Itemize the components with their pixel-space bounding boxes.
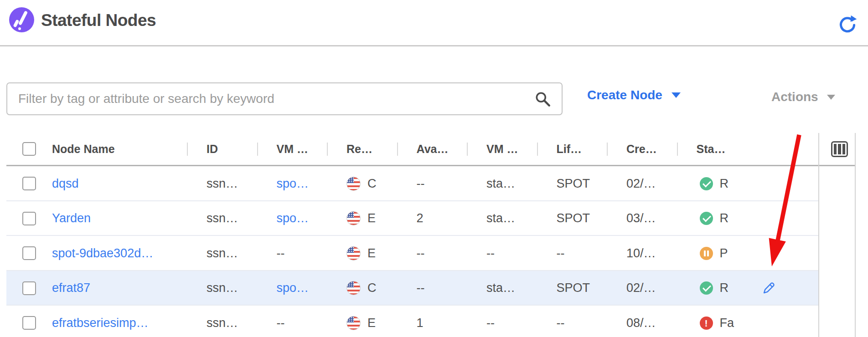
- table-header-row: Node NameIDVM …Re…Ava…VM …Lif…Cre…Sta…: [6, 133, 856, 166]
- status-running-icon: [700, 212, 713, 225]
- page-title: Stateful Nodes: [41, 11, 156, 30]
- us-flag-icon: [346, 316, 361, 330]
- vm-name-text: --: [486, 316, 495, 330]
- vm-image-text: --: [277, 246, 285, 260]
- vm-name-text: --: [486, 246, 495, 260]
- stateful-nodes-page: { "header": { "title": "Stateful Nodes" …: [0, 0, 868, 337]
- availability-zone: --: [397, 177, 467, 191]
- node-name-link[interactable]: dqsd: [52, 177, 79, 190]
- column-header-id[interactable]: ID: [187, 143, 257, 156]
- column-header-sta[interactable]: Sta…: [677, 143, 747, 156]
- node-id: ssn…: [187, 177, 257, 191]
- top-bar: Stateful Nodes: [0, 0, 868, 46]
- created-date-text: 08/…: [626, 316, 656, 330]
- column-picker-cell: [818, 141, 856, 157]
- column-header-nodename[interactable]: Node Name: [46, 143, 187, 156]
- create-node-button[interactable]: Create Node: [587, 88, 681, 102]
- vm-image-cell: --: [257, 316, 327, 330]
- table-body: dqsdssn…spo…C--sta…SPOT02/…RYardenssn…sp…: [6, 166, 856, 337]
- created-date: 10/…: [607, 246, 677, 260]
- status-running-icon: [700, 177, 713, 190]
- column-header-ava[interactable]: Ava…: [397, 143, 467, 156]
- row-checkbox[interactable]: [22, 177, 36, 190]
- table-row: efratbseriesimp…ssn…--E1----08/…Fa: [6, 306, 856, 337]
- availability-zone-text: --: [417, 281, 425, 295]
- status-cell: R: [677, 211, 747, 225]
- row-checkbox-cell: [6, 246, 46, 260]
- column-header-re[interactable]: Re…: [327, 143, 397, 156]
- column-header-label: ID: [207, 143, 218, 155]
- filter-input[interactable]: [6, 82, 563, 115]
- node-name-link[interactable]: spot-9dbae302d…: [52, 246, 153, 260]
- status-label: Fa: [720, 316, 734, 330]
- select-all-checkbox[interactable]: [22, 142, 36, 156]
- vm-name: sta…: [467, 211, 537, 225]
- region-letter: C: [367, 177, 377, 191]
- table-header-select-all-cell: [6, 142, 46, 156]
- created-date-text: 02/…: [626, 177, 656, 190]
- row-checkbox[interactable]: [22, 212, 36, 225]
- created-date-text: 03/…: [626, 211, 656, 225]
- column-header-cre[interactable]: Cre…: [607, 143, 677, 156]
- availability-zone: --: [397, 281, 467, 295]
- region-cell: E: [327, 211, 397, 225]
- status-cell: R: [677, 177, 747, 191]
- status-running-icon: [700, 281, 713, 295]
- lifecycle-text: SPOT: [557, 281, 590, 295]
- vm-image-text: --: [277, 316, 285, 330]
- node-name-link[interactable]: efrat87: [52, 281, 90, 295]
- availability-zone: 1: [397, 316, 467, 330]
- us-flag-icon: [346, 177, 361, 191]
- node-id: ssn…: [187, 281, 257, 295]
- us-flag-icon: [346, 281, 361, 295]
- row-checkbox[interactable]: [22, 246, 36, 260]
- refresh-button[interactable]: [837, 15, 858, 35]
- vm-image-cell: spo…: [257, 281, 327, 295]
- created-date-text: 02/…: [626, 281, 656, 295]
- vm-name-text: sta…: [486, 211, 515, 225]
- pencil-icon[interactable]: [761, 281, 776, 296]
- actions-label: Actions: [771, 90, 818, 104]
- node-id: ssn…: [187, 246, 257, 260]
- created-date: 02/…: [607, 281, 677, 295]
- lifecycle-text: --: [557, 246, 565, 260]
- column-header-lif[interactable]: Lif…: [537, 143, 607, 156]
- status-label: R: [720, 177, 729, 191]
- actions-button[interactable]: Actions: [771, 90, 835, 104]
- lifecycle: SPOT: [537, 281, 607, 295]
- node-name-link[interactable]: efratbseriesimp…: [52, 316, 149, 330]
- region-letter: E: [367, 316, 376, 330]
- row-checkbox[interactable]: [22, 281, 36, 295]
- column-header-label: Re…: [346, 143, 372, 155]
- vm-image-link[interactable]: spo…: [277, 281, 309, 295]
- node-name-cell: efratbseriesimp…: [46, 316, 187, 330]
- row-checkbox[interactable]: [22, 316, 36, 330]
- availability-zone-text: --: [417, 177, 425, 190]
- edit-node-cell: [747, 281, 818, 296]
- vm-name-text: sta…: [486, 177, 515, 190]
- node-name-link[interactable]: Yarden: [52, 211, 91, 225]
- column-header-label: Cre…: [626, 143, 657, 155]
- vm-name: sta…: [467, 281, 537, 295]
- lifecycle: --: [537, 316, 607, 330]
- column-header-vm[interactable]: VM …: [257, 143, 327, 156]
- vm-image-cell: --: [257, 246, 327, 260]
- vm-image-cell: spo…: [257, 211, 327, 225]
- lifecycle: --: [537, 246, 607, 260]
- status-label: R: [720, 281, 729, 295]
- column-header-vm[interactable]: VM …: [467, 143, 537, 156]
- chevron-down-icon: [672, 92, 681, 98]
- table-row: efrat87ssn…spo…C--sta…SPOT02/…R: [6, 271, 856, 306]
- row-checkbox-cell: [6, 177, 46, 190]
- lifecycle: SPOT: [537, 177, 607, 191]
- table-row: dqsdssn…spo…C--sta…SPOT02/…R: [6, 166, 856, 201]
- us-flag-icon: [346, 211, 361, 225]
- column-header-label: Ava…: [417, 143, 449, 155]
- column-picker-button[interactable]: [831, 141, 848, 157]
- row-checkbox-cell: [6, 316, 46, 330]
- node-id-text: ssn…: [207, 316, 238, 330]
- vm-image-link[interactable]: spo…: [277, 211, 309, 225]
- status-label: P: [720, 246, 728, 260]
- vm-image-link[interactable]: spo…: [277, 177, 309, 190]
- vm-image-cell: spo…: [257, 177, 327, 191]
